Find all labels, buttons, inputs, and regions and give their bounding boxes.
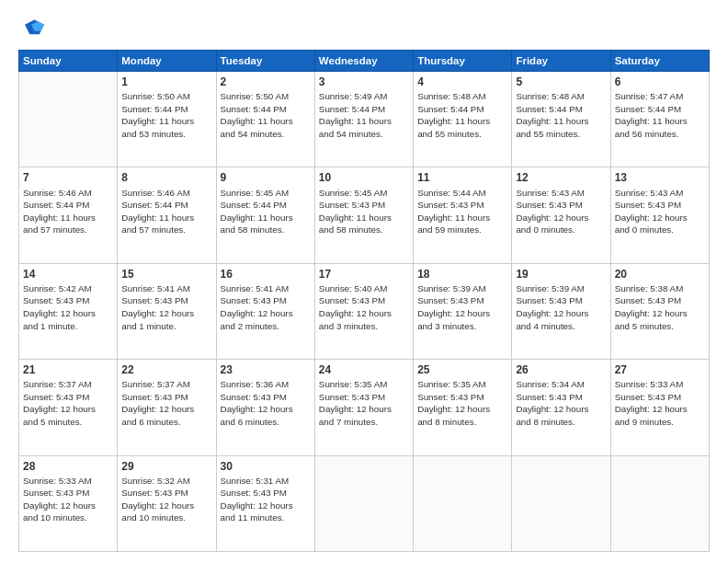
table-row: 26Sunrise: 5:34 AM Sunset: 5:43 PM Dayli… [512,360,610,455]
table-row [414,455,512,551]
day-number: 1 [121,75,211,89]
cell-info: Sunrise: 5:45 AM Sunset: 5:43 PM Dayligh… [319,187,409,236]
day-number: 14 [23,267,113,282]
day-number: 12 [516,170,606,185]
day-number: 15 [121,267,211,282]
cell-info: Sunrise: 5:50 AM Sunset: 5:44 PM Dayligh… [221,90,311,140]
cell-info: Sunrise: 5:46 AM Sunset: 5:44 PM Dayligh… [23,187,113,236]
cell-info: Sunrise: 5:46 AM Sunset: 5:44 PM Dayligh… [121,187,211,236]
table-row: 18Sunrise: 5:39 AM Sunset: 5:43 PM Dayli… [414,263,512,359]
cell-info: Sunrise: 5:35 AM Sunset: 5:43 PM Dayligh… [417,378,507,428]
table-row: 9Sunrise: 5:45 AM Sunset: 5:44 PM Daylig… [216,167,314,263]
table-row: 1Sunrise: 5:50 AM Sunset: 5:44 PM Daylig… [118,72,216,167]
table-row: 21Sunrise: 5:37 AM Sunset: 5:43 PM Dayli… [19,360,118,455]
table-row: 16Sunrise: 5:41 AM Sunset: 5:43 PM Dayli… [216,263,314,359]
day-number: 25 [417,362,507,377]
calendar-week-row: 7Sunrise: 5:46 AM Sunset: 5:44 PM Daylig… [19,167,710,263]
header-sunday: Sunday [19,51,118,72]
table-row: 11Sunrise: 5:44 AM Sunset: 5:43 PM Dayli… [414,167,512,263]
cell-info: Sunrise: 5:37 AM Sunset: 5:43 PM Dayligh… [23,378,113,428]
day-number: 11 [417,170,507,185]
day-number: 20 [615,267,705,282]
table-row: 23Sunrise: 5:36 AM Sunset: 5:43 PM Dayli… [216,360,314,455]
day-number: 3 [319,75,409,89]
table-row: 4Sunrise: 5:48 AM Sunset: 5:44 PM Daylig… [414,72,512,167]
header-tuesday: Tuesday [216,51,314,72]
table-row: 30Sunrise: 5:31 AM Sunset: 5:43 PM Dayli… [216,455,314,551]
cell-info: Sunrise: 5:38 AM Sunset: 5:43 PM Dayligh… [615,282,705,332]
table-row: 28Sunrise: 5:33 AM Sunset: 5:43 PM Dayli… [19,455,118,551]
table-row: 13Sunrise: 5:43 AM Sunset: 5:43 PM Dayli… [610,167,709,263]
table-row: 10Sunrise: 5:45 AM Sunset: 5:43 PM Dayli… [314,167,413,263]
table-row: 2Sunrise: 5:50 AM Sunset: 5:44 PM Daylig… [216,72,314,167]
day-number: 17 [319,267,409,282]
cell-info: Sunrise: 5:36 AM Sunset: 5:43 PM Dayligh… [221,378,311,428]
cell-info: Sunrise: 5:48 AM Sunset: 5:44 PM Dayligh… [516,90,606,140]
cell-info: Sunrise: 5:45 AM Sunset: 5:44 PM Dayligh… [221,187,311,236]
cell-info: Sunrise: 5:31 AM Sunset: 5:43 PM Dayligh… [221,475,311,524]
cell-info: Sunrise: 5:44 AM Sunset: 5:43 PM Dayligh… [417,187,507,236]
calendar-week-row: 14Sunrise: 5:42 AM Sunset: 5:43 PM Dayli… [19,263,710,359]
day-number: 4 [417,75,507,89]
cell-info: Sunrise: 5:43 AM Sunset: 5:43 PM Dayligh… [516,187,606,236]
cell-info: Sunrise: 5:50 AM Sunset: 5:44 PM Dayligh… [121,90,211,140]
table-row: 3Sunrise: 5:49 AM Sunset: 5:44 PM Daylig… [314,72,413,167]
table-row: 19Sunrise: 5:39 AM Sunset: 5:43 PM Dayli… [512,263,610,359]
day-number: 24 [319,362,409,377]
day-number: 22 [121,362,211,377]
cell-info: Sunrise: 5:39 AM Sunset: 5:43 PM Dayligh… [516,282,606,332]
header-friday: Friday [512,51,610,72]
cell-info: Sunrise: 5:41 AM Sunset: 5:43 PM Dayligh… [221,282,311,332]
day-number: 9 [221,170,311,185]
day-number: 21 [23,362,113,377]
table-row [610,455,709,551]
day-number: 28 [23,459,113,474]
cell-info: Sunrise: 5:42 AM Sunset: 5:43 PM Dayligh… [23,282,113,332]
day-number: 19 [516,267,606,282]
cell-info: Sunrise: 5:39 AM Sunset: 5:43 PM Dayligh… [417,282,507,332]
day-number: 27 [615,362,705,377]
table-row [314,455,413,551]
cell-info: Sunrise: 5:34 AM Sunset: 5:43 PM Dayligh… [516,378,606,428]
cell-info: Sunrise: 5:32 AM Sunset: 5:43 PM Dayligh… [121,475,211,524]
day-number: 29 [121,459,211,474]
day-number: 16 [221,267,311,282]
table-row: 20Sunrise: 5:38 AM Sunset: 5:43 PM Dayli… [610,263,709,359]
table-row: 14Sunrise: 5:42 AM Sunset: 5:43 PM Dayli… [19,263,118,359]
day-number: 2 [221,75,311,89]
day-number: 5 [516,75,606,89]
day-number: 30 [221,459,311,474]
header-wednesday: Wednesday [314,51,413,72]
calendar-week-row: 21Sunrise: 5:37 AM Sunset: 5:43 PM Dayli… [19,360,710,455]
table-row: 17Sunrise: 5:40 AM Sunset: 5:43 PM Dayli… [314,263,413,359]
cell-info: Sunrise: 5:37 AM Sunset: 5:43 PM Dayligh… [121,378,211,428]
header-saturday: Saturday [610,51,709,72]
cell-info: Sunrise: 5:35 AM Sunset: 5:43 PM Dayligh… [319,378,409,428]
calendar-table: Sunday Monday Tuesday Wednesday Thursday… [18,50,710,552]
table-row: 25Sunrise: 5:35 AM Sunset: 5:43 PM Dayli… [414,360,512,455]
day-number: 26 [516,362,606,377]
day-number: 10 [319,170,409,185]
table-row [512,455,610,551]
day-number: 6 [615,75,705,89]
table-row: 27Sunrise: 5:33 AM Sunset: 5:43 PM Dayli… [610,360,709,455]
calendar-week-row: 28Sunrise: 5:33 AM Sunset: 5:43 PM Dayli… [19,455,710,551]
table-row: 8Sunrise: 5:46 AM Sunset: 5:44 PM Daylig… [118,167,216,263]
cell-info: Sunrise: 5:33 AM Sunset: 5:43 PM Dayligh… [23,475,113,524]
table-row: 15Sunrise: 5:41 AM Sunset: 5:43 PM Dayli… [118,263,216,359]
table-row: 24Sunrise: 5:35 AM Sunset: 5:43 PM Dayli… [314,360,413,455]
table-row: 22Sunrise: 5:37 AM Sunset: 5:43 PM Dayli… [118,360,216,455]
cell-info: Sunrise: 5:48 AM Sunset: 5:44 PM Dayligh… [417,90,507,140]
weekday-header-row: Sunday Monday Tuesday Wednesday Thursday… [19,51,710,72]
cell-info: Sunrise: 5:43 AM Sunset: 5:43 PM Dayligh… [615,187,705,236]
header-monday: Monday [118,51,216,72]
calendar-week-row: 1Sunrise: 5:50 AM Sunset: 5:44 PM Daylig… [19,72,710,167]
header-thursday: Thursday [414,51,512,72]
day-number: 13 [615,170,705,185]
table-row [19,72,118,167]
cell-info: Sunrise: 5:41 AM Sunset: 5:43 PM Dayligh… [121,282,211,332]
table-row: 6Sunrise: 5:47 AM Sunset: 5:44 PM Daylig… [610,72,709,167]
table-row: 5Sunrise: 5:48 AM Sunset: 5:44 PM Daylig… [512,72,610,167]
day-number: 8 [121,170,211,185]
cell-info: Sunrise: 5:40 AM Sunset: 5:43 PM Dayligh… [319,282,409,332]
